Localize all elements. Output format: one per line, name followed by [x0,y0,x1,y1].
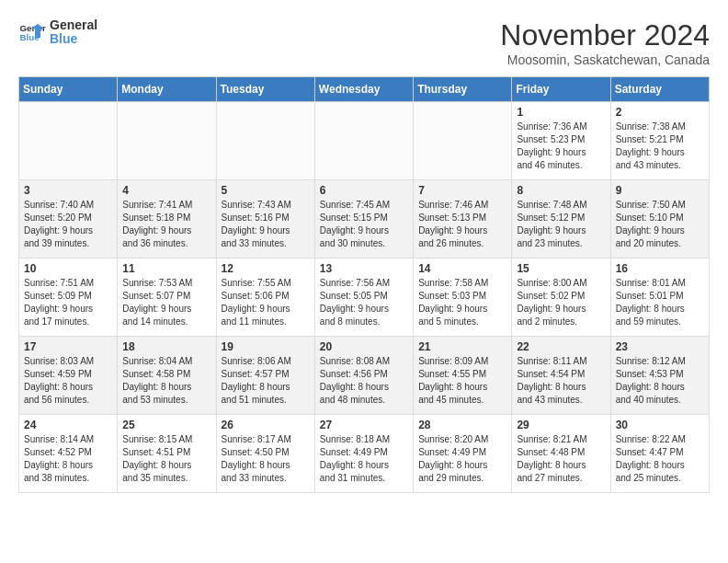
day-cell: 12Sunrise: 7:55 AM Sunset: 5:06 PM Dayli… [216,259,314,337]
day-info: Sunrise: 7:56 AM Sunset: 5:05 PM Dayligh… [320,277,408,328]
day-info: Sunrise: 7:36 AM Sunset: 5:23 PM Dayligh… [517,121,605,172]
location: Moosomin, Saskatchewan, Canada [500,52,710,67]
day-cell [414,102,512,180]
day-number: 25 [122,419,210,431]
col-header-thursday: Thursday [414,77,512,102]
day-number: 16 [616,262,704,275]
day-info: Sunrise: 7:41 AM Sunset: 5:18 PM Dayligh… [122,199,210,250]
logo: General Blue General Blue [18,18,97,47]
day-number: 3 [24,184,112,197]
day-info: Sunrise: 7:46 AM Sunset: 5:13 PM Dayligh… [418,199,506,250]
day-number: 24 [24,419,112,431]
day-number: 21 [418,340,506,353]
day-cell: 4Sunrise: 7:41 AM Sunset: 5:18 PM Daylig… [118,180,216,259]
col-header-saturday: Saturday [610,77,709,102]
col-header-sunday: Sunday [19,77,118,102]
header-row: SundayMondayTuesdayWednesdayThursdayFrid… [19,77,710,102]
day-cell: 6Sunrise: 7:45 AM Sunset: 5:15 PM Daylig… [314,180,413,259]
day-number: 10 [24,262,112,275]
day-cell: 27Sunrise: 8:18 AM Sunset: 4:49 PM Dayli… [314,415,413,493]
day-cell: 30Sunrise: 8:22 AM Sunset: 4:47 PM Dayli… [610,415,709,493]
day-number: 27 [320,419,408,431]
day-number: 29 [517,419,605,431]
month-title: November 2024 [500,18,710,52]
day-cell: 29Sunrise: 8:21 AM Sunset: 4:48 PM Dayli… [512,415,610,493]
day-cell: 14Sunrise: 7:58 AM Sunset: 5:03 PM Dayli… [414,259,512,337]
day-info: Sunrise: 8:01 AM Sunset: 5:01 PM Dayligh… [616,277,704,328]
week-row-4: 17Sunrise: 8:03 AM Sunset: 4:59 PM Dayli… [19,337,710,415]
day-cell [118,102,216,180]
logo-line2: Blue [50,32,97,46]
day-info: Sunrise: 7:50 AM Sunset: 5:10 PM Dayligh… [616,199,704,250]
day-cell: 2Sunrise: 7:38 AM Sunset: 5:21 PM Daylig… [610,102,709,180]
day-cell: 15Sunrise: 8:00 AM Sunset: 5:02 PM Dayli… [512,259,610,337]
day-number: 14 [418,262,506,275]
day-number: 9 [616,184,704,197]
day-number: 4 [122,184,210,197]
day-number: 5 [222,184,310,197]
calendar-table: SundayMondayTuesdayWednesdayThursdayFrid… [18,76,710,493]
day-info: Sunrise: 8:14 AM Sunset: 4:52 PM Dayligh… [24,433,112,485]
day-number: 17 [24,340,112,353]
day-number: 6 [320,184,408,197]
day-info: Sunrise: 8:04 AM Sunset: 4:58 PM Dayligh… [122,355,210,407]
day-info: Sunrise: 7:43 AM Sunset: 5:16 PM Dayligh… [222,199,310,250]
day-info: Sunrise: 8:09 AM Sunset: 4:55 PM Dayligh… [418,355,506,407]
day-cell: 21Sunrise: 8:09 AM Sunset: 4:55 PM Dayli… [414,337,512,415]
day-info: Sunrise: 8:08 AM Sunset: 4:56 PM Dayligh… [320,355,408,407]
day-cell: 13Sunrise: 7:56 AM Sunset: 5:05 PM Dayli… [314,259,413,337]
day-number: 13 [320,262,408,275]
day-cell [216,102,314,180]
day-cell: 7Sunrise: 7:46 AM Sunset: 5:13 PM Daylig… [414,180,512,259]
day-info: Sunrise: 7:40 AM Sunset: 5:20 PM Dayligh… [24,199,112,250]
day-cell: 1Sunrise: 7:36 AM Sunset: 5:23 PM Daylig… [512,102,610,180]
day-number: 22 [517,340,605,353]
day-number: 23 [616,340,704,353]
day-info: Sunrise: 8:17 AM Sunset: 4:50 PM Dayligh… [222,433,310,485]
day-number: 30 [616,419,704,431]
day-info: Sunrise: 8:20 AM Sunset: 4:49 PM Dayligh… [418,433,506,485]
day-number: 2 [616,106,704,119]
col-header-friday: Friday [512,77,610,102]
day-number: 19 [222,340,310,353]
day-number: 12 [222,262,310,275]
day-cell: 24Sunrise: 8:14 AM Sunset: 4:52 PM Dayli… [19,415,118,493]
day-info: Sunrise: 7:38 AM Sunset: 5:21 PM Dayligh… [616,121,704,172]
day-cell: 3Sunrise: 7:40 AM Sunset: 5:20 PM Daylig… [19,180,118,259]
day-info: Sunrise: 7:48 AM Sunset: 5:12 PM Dayligh… [517,199,605,250]
logo-icon: General Blue [18,18,46,46]
day-cell: 22Sunrise: 8:11 AM Sunset: 4:54 PM Dayli… [512,337,610,415]
day-info: Sunrise: 7:58 AM Sunset: 5:03 PM Dayligh… [418,277,506,328]
col-header-tuesday: Tuesday [216,77,314,102]
day-info: Sunrise: 8:00 AM Sunset: 5:02 PM Dayligh… [517,277,605,328]
day-info: Sunrise: 8:03 AM Sunset: 4:59 PM Dayligh… [24,355,112,407]
day-info: Sunrise: 8:06 AM Sunset: 4:57 PM Dayligh… [222,355,310,407]
day-number: 15 [517,262,605,275]
day-number: 1 [517,106,605,119]
day-info: Sunrise: 8:11 AM Sunset: 4:54 PM Dayligh… [517,355,605,407]
day-cell [314,102,413,180]
day-number: 18 [122,340,210,353]
day-cell: 18Sunrise: 8:04 AM Sunset: 4:58 PM Dayli… [118,337,216,415]
day-info: Sunrise: 8:21 AM Sunset: 4:48 PM Dayligh… [517,433,605,485]
week-row-1: 1Sunrise: 7:36 AM Sunset: 5:23 PM Daylig… [19,102,710,180]
day-info: Sunrise: 7:45 AM Sunset: 5:15 PM Dayligh… [320,199,408,250]
logo-line1: General [50,18,97,32]
day-cell: 28Sunrise: 8:20 AM Sunset: 4:49 PM Dayli… [414,415,512,493]
title-block: November 2024 Moosomin, Saskatchewan, Ca… [500,18,710,67]
day-info: Sunrise: 7:53 AM Sunset: 5:07 PM Dayligh… [122,277,210,328]
day-info: Sunrise: 8:18 AM Sunset: 4:49 PM Dayligh… [320,433,408,485]
week-row-2: 3Sunrise: 7:40 AM Sunset: 5:20 PM Daylig… [19,180,710,259]
day-info: Sunrise: 7:51 AM Sunset: 5:09 PM Dayligh… [24,277,112,328]
col-header-monday: Monday [118,77,216,102]
day-info: Sunrise: 8:12 AM Sunset: 4:53 PM Dayligh… [616,355,704,407]
col-header-wednesday: Wednesday [314,77,413,102]
week-row-5: 24Sunrise: 8:14 AM Sunset: 4:52 PM Dayli… [19,415,710,493]
day-info: Sunrise: 8:22 AM Sunset: 4:47 PM Dayligh… [616,433,704,485]
day-number: 28 [418,419,506,431]
day-cell: 23Sunrise: 8:12 AM Sunset: 4:53 PM Dayli… [610,337,709,415]
day-info: Sunrise: 8:15 AM Sunset: 4:51 PM Dayligh… [122,433,210,485]
day-cell: 25Sunrise: 8:15 AM Sunset: 4:51 PM Dayli… [118,415,216,493]
day-cell: 19Sunrise: 8:06 AM Sunset: 4:57 PM Dayli… [216,337,314,415]
day-cell: 26Sunrise: 8:17 AM Sunset: 4:50 PM Dayli… [216,415,314,493]
